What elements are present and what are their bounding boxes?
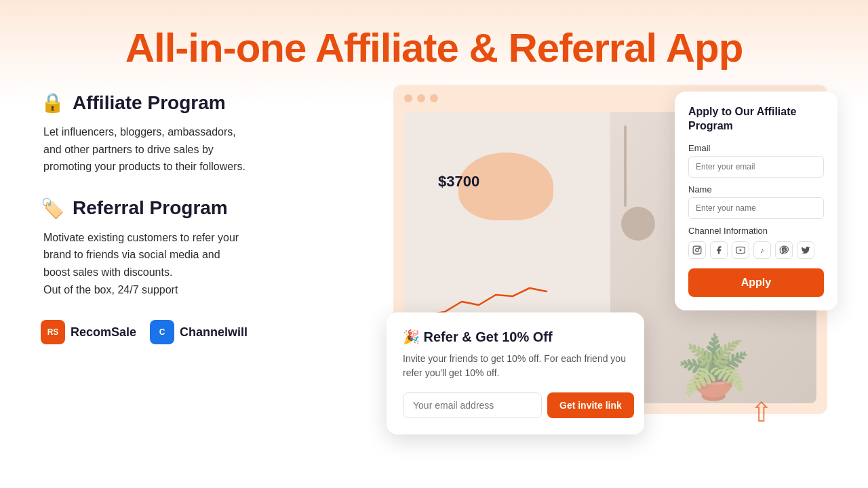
up-arrow-decoration: ⇧ (750, 396, 773, 428)
referral-popup-title: 🎉 Refer & Get 10% Off (403, 329, 628, 345)
recomsale-icon: RS (41, 320, 65, 344)
channelwill-logo: C Channelwill (150, 320, 248, 344)
dot-2 (417, 94, 425, 102)
main-content: 🔒 Affiliate Program Let influencers, blo… (0, 71, 868, 437)
affiliate-form-title: Apply to Our Affiliate Program (688, 105, 824, 134)
affiliate-email-input[interactable] (688, 156, 824, 178)
referral-input-row: Get invite link (403, 392, 628, 418)
affiliate-name-input[interactable] (688, 197, 824, 219)
pinterest-icon[interactable] (775, 241, 793, 259)
name-label: Name (688, 184, 824, 195)
referral-icon: 🏷️ (41, 197, 64, 220)
chart-value: $3700 (438, 173, 479, 190)
apply-button[interactable]: Apply (688, 268, 824, 297)
channel-info-label: Channel Information (688, 226, 824, 236)
referral-title: 🏷️ Referral Program (41, 197, 366, 220)
twitter-icon[interactable] (797, 241, 814, 259)
recomsale-name: RecomSale (71, 325, 136, 340)
affiliate-icon: 🔒 (41, 92, 64, 114)
youtube-icon[interactable] (732, 241, 749, 259)
left-panel: 🔒 Affiliate Program Let influencers, blo… (41, 85, 366, 344)
svg-point-2 (699, 247, 700, 248)
get-invite-link-button[interactable]: Get invite link (547, 392, 634, 418)
referral-popup-desc: Invite your friends to get 10% off. For … (403, 352, 628, 380)
facebook-icon[interactable] (710, 241, 728, 259)
referral-popup: 🎉 Refer & Get 10% Off Invite your friend… (387, 312, 644, 434)
email-label: Email (688, 143, 824, 153)
affiliate-form-panel: Apply to Our Affiliate Program Email Nam… (675, 92, 837, 310)
recomsale-logo: RS RecomSale (41, 320, 136, 344)
svg-rect-0 (693, 246, 701, 254)
svg-point-1 (696, 248, 699, 251)
referral-program-block: 🏷️ Referral Program Motivate existing cu… (41, 197, 366, 298)
hero-title: All-in-one Affiliate & Referral App (0, 0, 868, 71)
right-panel: $3700 🪴 (393, 85, 827, 437)
tiktok-icon[interactable]: ♪ (753, 241, 771, 259)
referral-email-input[interactable] (403, 392, 542, 418)
dot-3 (430, 94, 438, 102)
plant-deco: 🪴 (675, 332, 751, 403)
svg-marker-3 (740, 249, 742, 251)
instagram-icon[interactable] (688, 241, 706, 259)
affiliate-title: 🔒 Affiliate Program (41, 92, 366, 114)
brand-logos: RS RecomSale C Channelwill (41, 320, 366, 344)
channelwill-icon: C (150, 320, 174, 344)
referral-title-text: Referral Program (73, 197, 228, 219)
page-container: All-in-one Affiliate & Referral App 🔒 Af… (0, 0, 868, 488)
social-icons-row: ♪ (688, 241, 824, 259)
referral-description: Motivate existing customers to refer you… (41, 229, 366, 298)
lamp-head (621, 207, 655, 241)
dot-1 (404, 94, 412, 102)
affiliate-description: Let influencers, bloggers, ambassadors, … (41, 123, 366, 176)
channelwill-name: Channelwill (180, 325, 248, 340)
affiliate-title-text: Affiliate Program (73, 92, 226, 114)
browser-window: $3700 🪴 (393, 85, 827, 414)
affiliate-program-block: 🔒 Affiliate Program Let influencers, blo… (41, 92, 366, 176)
lamp-deco (624, 125, 627, 207)
